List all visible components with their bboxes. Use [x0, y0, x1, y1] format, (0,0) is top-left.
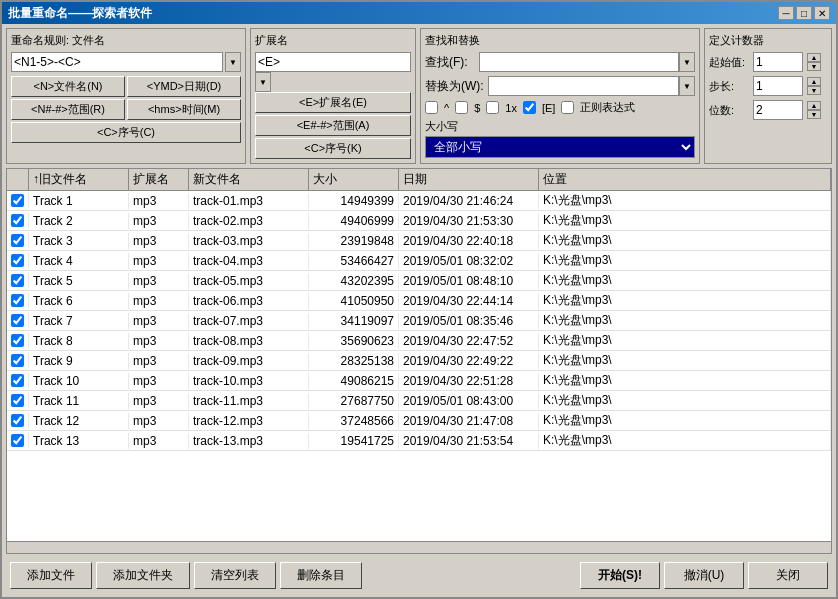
add-file-button[interactable]: 添加文件: [10, 562, 92, 589]
table-row[interactable]: Track 7 mp3 track-07.mp3 34119097 2019/0…: [7, 311, 831, 331]
ext-combo-input[interactable]: [255, 52, 411, 72]
header-old-name[interactable]: ↑旧文件名: [29, 169, 129, 190]
row-checkbox[interactable]: [11, 294, 24, 307]
row-checkbox[interactable]: [11, 214, 24, 227]
table-row[interactable]: Track 10 mp3 track-10.mp3 49086215 2019/…: [7, 371, 831, 391]
row-checkbox-cell[interactable]: [7, 373, 29, 388]
cancel-button[interactable]: 撤消(U): [664, 562, 744, 589]
digits-input[interactable]: [753, 100, 803, 120]
caret-checkbox[interactable]: [425, 101, 438, 114]
ext-combo-arrow[interactable]: ▼: [255, 72, 271, 92]
row-checkbox[interactable]: [11, 314, 24, 327]
row-checkbox-cell[interactable]: [7, 413, 29, 428]
table-row[interactable]: Track 12 mp3 track-12.mp3 37248566 2019/…: [7, 411, 831, 431]
table-row[interactable]: Track 5 mp3 track-05.mp3 43202395 2019/0…: [7, 271, 831, 291]
table-row[interactable]: Track 8 mp3 track-08.mp3 35690623 2019/0…: [7, 331, 831, 351]
btn-e-ext[interactable]: <E>扩展名(E): [255, 92, 411, 113]
add-folder-button[interactable]: 添加文件夹: [96, 562, 190, 589]
digits-down-button[interactable]: ▼: [807, 110, 821, 119]
top-section: 重命名规则: 文件名 ▼ <N>文件名(N) <YMD>日期(D) <N#-#>…: [6, 28, 832, 164]
digits-up-button[interactable]: ▲: [807, 101, 821, 110]
btn-e-range[interactable]: <E#-#>范围(A): [255, 115, 411, 136]
table-row[interactable]: Track 13 mp3 track-13.mp3 19541725 2019/…: [7, 431, 831, 451]
minimize-button[interactable]: ─: [778, 6, 794, 20]
row-checkbox[interactable]: [11, 354, 24, 367]
main-content: 重命名规则: 文件名 ▼ <N>文件名(N) <YMD>日期(D) <N#-#>…: [2, 24, 836, 597]
btn-c-seq[interactable]: <C>序号(C): [11, 122, 241, 143]
table-row[interactable]: Track 1 mp3 track-01.mp3 14949399 2019/0…: [7, 191, 831, 211]
step-down-button[interactable]: ▼: [807, 86, 821, 95]
row-checkbox[interactable]: [11, 434, 24, 447]
table-row[interactable]: Track 4 mp3 track-04.mp3 53466427 2019/0…: [7, 251, 831, 271]
horizontal-scrollbar[interactable]: [7, 541, 831, 553]
row-checkbox[interactable]: [11, 414, 24, 427]
table-row[interactable]: Track 11 mp3 track-11.mp3 27687750 2019/…: [7, 391, 831, 411]
row-checkbox[interactable]: [11, 274, 24, 287]
start-button[interactable]: 开始(S)!: [580, 562, 660, 589]
row-checkbox-cell[interactable]: [7, 233, 29, 248]
maximize-button[interactable]: □: [796, 6, 812, 20]
table-body: Track 1 mp3 track-01.mp3 14949399 2019/0…: [7, 191, 831, 541]
row-checkbox-cell[interactable]: [7, 253, 29, 268]
table-row[interactable]: Track 2 mp3 track-02.mp3 49406999 2019/0…: [7, 211, 831, 231]
header-check[interactable]: [7, 169, 29, 190]
row-checkbox[interactable]: [11, 254, 24, 267]
step-input[interactable]: [753, 76, 803, 96]
row-old-name: Track 3: [29, 233, 129, 249]
rename-combo-input[interactable]: [11, 52, 223, 72]
ext-panel: 扩展名 ▼ <E>扩展名(E) <E#-#>范围(A) <C>序号(K): [250, 28, 416, 164]
start-down-button[interactable]: ▼: [807, 62, 821, 71]
regex-checkbox[interactable]: [561, 101, 574, 114]
start-up-button[interactable]: ▲: [807, 53, 821, 62]
row-checkbox[interactable]: [11, 334, 24, 347]
btn-ymd-date[interactable]: <YMD>日期(D): [127, 76, 241, 97]
row-checkbox[interactable]: [11, 234, 24, 247]
case-select[interactable]: 全部小写 全部大写 首字母大写 不更改: [425, 136, 695, 158]
row-new-name: track-12.mp3: [189, 413, 309, 429]
row-date: 2019/05/01 08:35:46: [399, 313, 539, 329]
clear-list-button[interactable]: 清空列表: [194, 562, 276, 589]
e-checkbox[interactable]: [523, 101, 536, 114]
btn-hms-time[interactable]: <hms>时间(M): [127, 99, 241, 120]
dollar-checkbox[interactable]: [455, 101, 468, 114]
header-ext[interactable]: 扩展名: [129, 169, 189, 190]
row-checkbox[interactable]: [11, 194, 24, 207]
row-checkbox[interactable]: [11, 374, 24, 387]
step-up-button[interactable]: ▲: [807, 77, 821, 86]
header-size[interactable]: 大小: [309, 169, 399, 190]
start-input[interactable]: [753, 52, 803, 72]
btn-n-filename[interactable]: <N>文件名(N): [11, 76, 125, 97]
file-table: ↑旧文件名 扩展名 新文件名 大小 日期 位置: [6, 168, 832, 554]
close-button-bottom[interactable]: 关闭: [748, 562, 828, 589]
row-checkbox-cell[interactable]: [7, 273, 29, 288]
table-row[interactable]: Track 3 mp3 track-03.mp3 23919848 2019/0…: [7, 231, 831, 251]
replace-input[interactable]: [488, 76, 679, 96]
row-checkbox-cell[interactable]: [7, 213, 29, 228]
row-old-name: Track 2: [29, 213, 129, 229]
header-new-name[interactable]: 新文件名: [189, 169, 309, 190]
row-checkbox-cell[interactable]: [7, 433, 29, 448]
find-input[interactable]: [479, 52, 679, 72]
replace-combo-arrow[interactable]: ▼: [679, 76, 695, 96]
btn-c-seq-k[interactable]: <C>序号(K): [255, 138, 411, 159]
btn-n-range[interactable]: <N#-#>范围(R): [11, 99, 125, 120]
row-size: 35690623: [309, 333, 399, 349]
delete-item-button[interactable]: 删除条目: [280, 562, 362, 589]
row-checkbox[interactable]: [11, 394, 24, 407]
rename-combo-arrow[interactable]: ▼: [225, 52, 241, 72]
table-row[interactable]: Track 9 mp3 track-09.mp3 28325138 2019/0…: [7, 351, 831, 371]
find-combo-arrow[interactable]: ▼: [679, 52, 695, 72]
row-size: 14949399: [309, 193, 399, 209]
row-checkbox-cell[interactable]: [7, 293, 29, 308]
row-checkbox-cell[interactable]: [7, 193, 29, 208]
table-row[interactable]: Track 6 mp3 track-06.mp3 41050950 2019/0…: [7, 291, 831, 311]
step-spinner: ▲ ▼: [807, 77, 821, 95]
close-button[interactable]: ✕: [814, 6, 830, 20]
header-date[interactable]: 日期: [399, 169, 539, 190]
onex-checkbox[interactable]: [486, 101, 499, 114]
row-checkbox-cell[interactable]: [7, 393, 29, 408]
row-checkbox-cell[interactable]: [7, 313, 29, 328]
row-checkbox-cell[interactable]: [7, 333, 29, 348]
header-location[interactable]: 位置: [539, 169, 831, 190]
row-checkbox-cell[interactable]: [7, 353, 29, 368]
